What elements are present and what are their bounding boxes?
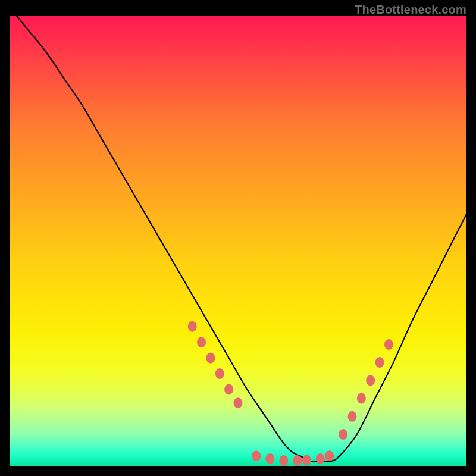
chart-frame: TheBottleneck.com — [0, 0, 476, 476]
bottleneck-curve — [10, 16, 466, 462]
marker-dot — [279, 455, 288, 466]
marker-dot — [384, 339, 393, 350]
chart-svg — [10, 16, 466, 466]
marker-dot — [215, 368, 224, 379]
marker-dot — [302, 455, 311, 465]
marker-dot — [375, 357, 384, 368]
curve-line — [10, 16, 466, 462]
attribution-text: TheBottleneck.com — [355, 3, 466, 17]
marker-dot — [265, 453, 274, 464]
marker-dot — [366, 375, 375, 386]
marker-dot — [325, 450, 334, 461]
marker-dot — [197, 337, 206, 347]
marker-dot — [206, 353, 215, 364]
marker-dot — [234, 397, 243, 408]
marker-dot — [316, 453, 325, 464]
marker-dot — [293, 455, 302, 466]
curve-markers — [188, 321, 393, 466]
marker-dot — [188, 321, 197, 332]
marker-dot — [357, 393, 366, 404]
marker-dot — [339, 429, 347, 440]
marker-dot — [348, 411, 357, 422]
marker-dot — [252, 450, 261, 461]
marker-dot — [224, 384, 233, 394]
